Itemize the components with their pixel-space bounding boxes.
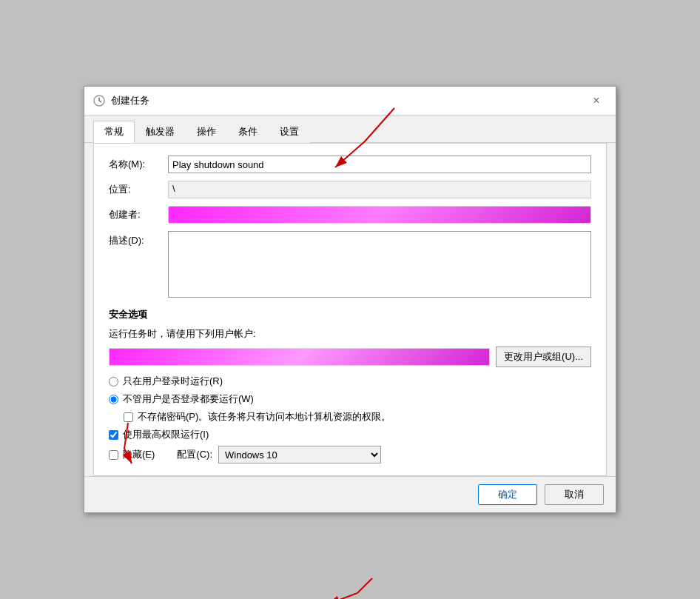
desc-input[interactable] bbox=[168, 231, 591, 298]
name-label: 名称(M): bbox=[109, 158, 168, 171]
creator-value bbox=[168, 206, 591, 224]
create-task-dialog: 创建任务 × 常规 触发器 操作 条件 设置 名称(M): 位置: \ bbox=[84, 86, 616, 513]
no-store-password-label[interactable]: 不存储密码(P)。该任务将只有访问本地计算机资源的权限。 bbox=[138, 410, 391, 424]
location-row: 位置: \ bbox=[109, 181, 591, 198]
config-row: 配置(C): Windows 10 Windows 8 / Windows Se… bbox=[177, 446, 381, 464]
dialog-title: 创建任务 bbox=[111, 94, 149, 107]
tab-settings[interactable]: 设置 bbox=[269, 121, 310, 143]
radio-regardless-label[interactable]: 不管用户是否登录都要运行(W) bbox=[123, 392, 254, 406]
desc-row: 描述(D): bbox=[109, 231, 591, 298]
clock-icon bbox=[93, 95, 105, 107]
run-highest-checkbox[interactable] bbox=[109, 430, 118, 440]
bottom-row: 隐藏(E) 配置(C): Windows 10 Windows 8 / Wind… bbox=[109, 446, 591, 464]
no-store-password-checkbox[interactable] bbox=[124, 412, 133, 422]
run-highest-row: 使用最高权限运行(I) bbox=[109, 428, 591, 441]
hidden-label[interactable]: 隐藏(E) bbox=[123, 448, 155, 461]
title-bar: 创建任务 × bbox=[84, 87, 616, 116]
tab-general[interactable]: 常规 bbox=[93, 121, 135, 143]
tab-bar: 常规 触发器 操作 条件 设置 bbox=[84, 116, 616, 143]
location-value: \ bbox=[168, 181, 591, 198]
config-select[interactable]: Windows 10 Windows 8 / Windows Server 20… bbox=[218, 446, 381, 464]
creator-row: 创建者: bbox=[109, 206, 591, 224]
change-user-button[interactable]: 更改用户或组(U)... bbox=[496, 347, 591, 367]
radio-only-logged-in[interactable] bbox=[109, 377, 118, 386]
security-title: 安全选项 bbox=[109, 308, 591, 321]
svg-line-2 bbox=[99, 101, 101, 102]
radio-only-logged-row: 只在用户登录时运行(R) bbox=[109, 375, 591, 388]
hidden-checkbox[interactable] bbox=[109, 450, 118, 460]
desc-label: 描述(D): bbox=[109, 231, 168, 247]
arrow-config bbox=[328, 578, 372, 599]
footer: 确定 取消 bbox=[84, 476, 616, 512]
no-store-password-row: 不存储密码(P)。该任务将只有访问本地计算机资源的权限。 bbox=[124, 410, 591, 424]
location-label: 位置: bbox=[109, 183, 168, 196]
radio-regardless-row: 不管用户是否登录都要运行(W) bbox=[109, 392, 591, 406]
name-row: 名称(M): bbox=[109, 155, 591, 173]
tab-triggers[interactable]: 触发器 bbox=[135, 121, 186, 143]
run-highest-label[interactable]: 使用最高权限运行(I) bbox=[123, 428, 209, 441]
hidden-row: 隐藏(E) bbox=[109, 448, 155, 461]
name-input[interactable] bbox=[168, 155, 591, 173]
user-field bbox=[109, 348, 490, 366]
radio-only-logged-label[interactable]: 只在用户登录时运行(R) bbox=[123, 375, 223, 388]
config-label: 配置(C): bbox=[177, 448, 212, 461]
ok-button[interactable]: 确定 bbox=[478, 484, 537, 505]
tab-conditions[interactable]: 条件 bbox=[227, 121, 269, 143]
title-bar-left: 创建任务 bbox=[93, 94, 149, 107]
run-as-subtitle: 运行任务时，请使用下列用户帐户: bbox=[109, 327, 591, 341]
tab-actions[interactable]: 操作 bbox=[186, 121, 227, 143]
user-row: 更改用户或组(U)... bbox=[109, 347, 591, 367]
tab-content: 名称(M): 位置: \ 创建者: 描述(D): 安全选项 运行任务时，请使用下… bbox=[93, 143, 607, 476]
creator-label: 创建者: bbox=[109, 208, 168, 221]
close-button[interactable]: × bbox=[586, 93, 607, 109]
cancel-button[interactable]: 取消 bbox=[545, 484, 604, 505]
radio-regardless[interactable] bbox=[109, 395, 118, 404]
